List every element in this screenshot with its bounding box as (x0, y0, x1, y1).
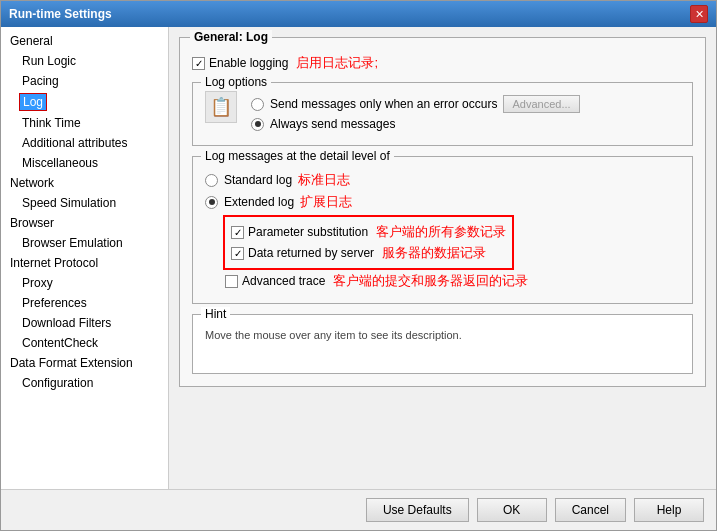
advanced-trace-checkbox[interactable] (225, 275, 238, 288)
radio-icon-row: 📋 Send messages only when an error occur… (205, 91, 680, 135)
help-button[interactable]: Help (634, 498, 704, 522)
sidebar-item-preferences[interactable]: Preferences (1, 293, 168, 313)
sidebar-item-download-filters[interactable]: Download Filters (1, 313, 168, 333)
group-box-content: ✓ Enable logging 启用日志记录; Log options 📋 (192, 54, 693, 374)
extended-log-label: Extended log (224, 195, 294, 209)
detail-level-title: Log messages at the detail level of (201, 149, 394, 163)
sidebar-item-proxy[interactable]: Proxy (1, 273, 168, 293)
extended-log-annotation: 扩展日志 (300, 193, 352, 211)
general-log-group: General: Log ✓ Enable logging 启用日志记录; Lo… (179, 37, 706, 387)
advanced-trace-annotation: 客户端的提交和服务器返回的记录 (333, 272, 528, 290)
radio-error[interactable] (251, 98, 264, 111)
enable-logging-checkbox[interactable]: ✓ (192, 57, 205, 70)
main-panel: General: Log ✓ Enable logging 启用日志记录; Lo… (169, 27, 716, 489)
sidebar-item-pacing[interactable]: Pacing (1, 71, 168, 91)
sidebar-item-additional-attributes[interactable]: Additional attributes (1, 133, 168, 153)
run-time-settings-window: Run-time Settings ✕ GeneralRun LogicPaci… (0, 0, 717, 531)
enable-logging-label[interactable]: ✓ Enable logging (192, 56, 288, 70)
param-substitution-annotation: 客户端的所有参数记录 (376, 223, 506, 241)
radio-always-label: Always send messages (270, 117, 395, 131)
extended-log-container: 一般选择 Extended log 扩展日志 (205, 193, 680, 211)
sidebar-item-think-time[interactable]: Think Time (1, 113, 168, 133)
params-inner: ✓ Parameter substitution 客户端的所有参数记录 ✓ Da… (223, 215, 528, 293)
standard-log-label: Standard log (224, 173, 292, 187)
content-area: GeneralRun LogicPacingLogThink TimeAddit… (1, 27, 716, 489)
sidebar-item-browser[interactable]: Browser (1, 213, 168, 233)
sidebar-item-network[interactable]: Network (1, 173, 168, 193)
log-options-title: Log options (201, 75, 271, 89)
general-log-title: General: Log (190, 30, 272, 44)
advanced-button[interactable]: Advanced... (503, 95, 579, 113)
title-bar: Run-time Settings ✕ (1, 1, 716, 27)
params-container: 扩展日志 只勾选这俩 项就可以了； ✓ (205, 215, 680, 293)
sidebar-item-content-check[interactable]: ContentCheck (1, 333, 168, 353)
enable-logging-text: Enable logging (209, 56, 288, 70)
data-returned-label: Data returned by server (248, 246, 374, 260)
radio-error-label: Send messages only when an error occurs (270, 97, 497, 111)
advanced-trace-label: Advanced trace (242, 274, 325, 288)
sidebar-item-speed-simulation[interactable]: Speed Simulation (1, 193, 168, 213)
advanced-trace-row: Advanced trace 客户端的提交和服务器返回的记录 (225, 272, 528, 290)
close-button[interactable]: ✕ (690, 5, 708, 23)
sidebar-item-browser-emulation[interactable]: Browser Emulation (1, 233, 168, 253)
bottom-bar: Use Defaults OK Cancel Help (1, 489, 716, 530)
enable-logging-annotation: 启用日志记录; (296, 54, 378, 72)
sidebar: GeneralRun LogicPacingLogThink TimeAddit… (1, 27, 169, 489)
radio-row-error: Send messages only when an error occurs … (251, 95, 680, 113)
hint-group: Hint Move the mouse over any item to see… (192, 314, 693, 374)
radio-standard[interactable] (205, 174, 218, 187)
sidebar-item-data-format-extension[interactable]: Data Format Extension (1, 353, 168, 373)
log-options-group: Log options 📋 Send messages only when an… (192, 82, 693, 146)
param-substitution-checkbox[interactable]: ✓ (231, 226, 244, 239)
red-box-params: ✓ Parameter substitution 客户端的所有参数记录 ✓ Da… (223, 215, 514, 270)
window-title: Run-time Settings (9, 7, 112, 21)
sidebar-item-miscellaneous[interactable]: Miscellaneous (1, 153, 168, 173)
standard-log-annotation: 标准日志 (298, 171, 350, 189)
enable-logging-row: ✓ Enable logging 启用日志记录; (192, 54, 693, 72)
radio-always[interactable] (251, 118, 264, 131)
sidebar-item-internet-protocol[interactable]: Internet Protocol (1, 253, 168, 273)
radio-options: Send messages only when an error occurs … (251, 91, 680, 135)
data-returned-row: ✓ Data returned by server 服务器的数据记录 (231, 244, 506, 262)
param-substitution-label: Parameter substitution (248, 225, 368, 239)
sidebar-item-log[interactable]: Log (1, 91, 168, 113)
log-icon: 📋 (205, 91, 237, 123)
ok-button[interactable]: OK (477, 498, 547, 522)
standard-log-row: Standard log 标准日志 (205, 171, 680, 189)
sidebar-item-run-logic[interactable]: Run Logic (1, 51, 168, 71)
cancel-button[interactable]: Cancel (555, 498, 626, 522)
hint-text: Move the mouse over any item to see its … (205, 329, 680, 341)
param-substitution-row: ✓ Parameter substitution 客户端的所有参数记录 (231, 223, 506, 241)
hint-title: Hint (201, 307, 230, 321)
radio-row-always: Always send messages (251, 117, 680, 131)
use-defaults-button[interactable]: Use Defaults (366, 498, 469, 522)
sidebar-item-configuration[interactable]: Configuration (1, 373, 168, 393)
detail-level-group: Log messages at the detail level of Stan… (192, 156, 693, 304)
data-returned-checkbox[interactable]: ✓ (231, 247, 244, 260)
radio-extended[interactable] (205, 196, 218, 209)
sidebar-item-general[interactable]: General (1, 31, 168, 51)
data-returned-annotation: 服务器的数据记录 (382, 244, 486, 262)
